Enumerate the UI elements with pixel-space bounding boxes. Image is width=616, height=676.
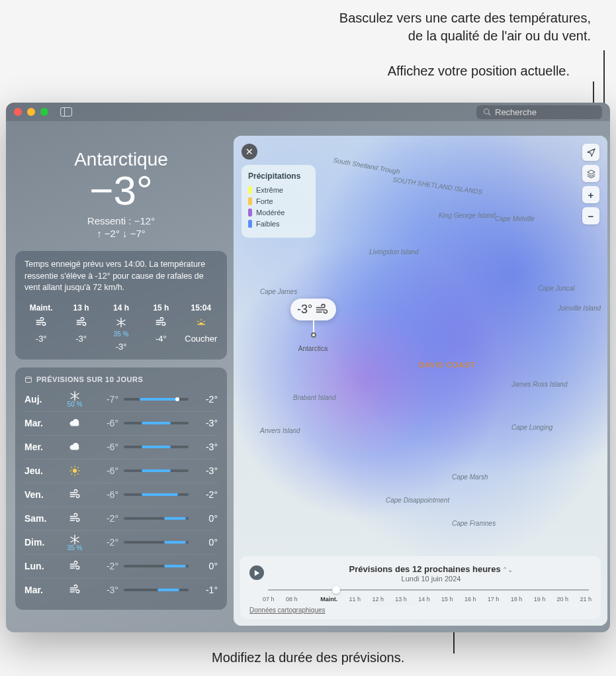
svg-line-3 (198, 320, 199, 322)
map-place-label: DAVIS COAST (419, 361, 475, 369)
day-low: -6° (95, 442, 118, 452)
pin-label: Antarctica (298, 345, 328, 352)
hour-col[interactable]: 15 h -4° (144, 303, 177, 352)
feels-like: Ressenti : −12° (15, 215, 227, 226)
hour-label: 15 h (144, 303, 177, 313)
legend-label: Modérée (256, 209, 285, 217)
temp-range-bar (124, 493, 189, 496)
day-row[interactable]: Ven. -6° -2° (24, 483, 218, 507)
timeline-tick: 13 h (395, 596, 407, 603)
cloud-icon (60, 417, 89, 429)
day-row[interactable]: Mar. -6° -3° (24, 411, 218, 435)
day-high: 0° (194, 561, 218, 571)
hour-prob: 35 % (105, 330, 138, 338)
app-window: Recherche Antarctique −3° Ressenti : −12… (6, 103, 610, 632)
svg-line-14 (71, 473, 72, 475)
timeline-ticks: 07 h08 hMaint.11 h12 h13 h14 h15 h16 h17… (263, 596, 592, 603)
layers-button[interactable] (582, 165, 599, 182)
snow-icon: 35 % (60, 533, 89, 551)
wind-icon (60, 489, 89, 501)
legend-title: Précipitations (248, 171, 309, 181)
map-place-label: Cape Marsh (452, 473, 488, 481)
hourly-card[interactable]: Temps enneigé prévu vers 14:00. La tempé… (15, 251, 227, 360)
calendar-icon (24, 375, 32, 383)
toggle-sidebar-button[interactable] (60, 107, 72, 117)
day-low: -6° (95, 489, 118, 500)
day-row[interactable]: Auj. 50 % -7° -2° (24, 387, 218, 411)
close-window-button[interactable] (14, 108, 22, 116)
legend-swatch (248, 220, 252, 228)
zoom-in-button[interactable]: + (582, 186, 599, 203)
wind-icon (64, 315, 97, 330)
day-high: 0° (194, 513, 218, 524)
day-high: -3° (194, 442, 218, 452)
day-prob: 35 % (60, 544, 89, 552)
timeline-tick: 12 h (372, 596, 384, 603)
timeline-subtitle: Lundi 10 juin 2024 (271, 575, 592, 583)
day-row[interactable]: Lun. -2° 0° (24, 554, 218, 578)
timeline-knob[interactable] (332, 586, 340, 594)
day-name: Auj. (24, 394, 55, 405)
minimize-window-button[interactable] (27, 108, 35, 116)
wind-icon (144, 315, 177, 330)
hour-col[interactable]: 14 h 35 % -3° (105, 303, 138, 352)
timeline-tick: Maint. (320, 596, 337, 603)
day-low: -3° (95, 585, 118, 595)
timeline-tick: 18 h (511, 596, 523, 603)
day-row[interactable]: Jeu. -6° -3° (24, 459, 218, 483)
forecast-duration-picker[interactable]: Prévisions des 12 prochaines heures ⌃⌄ (271, 563, 592, 575)
timeline-tick: 07 h (263, 596, 275, 603)
hour-label: Maint. (24, 303, 58, 313)
day-low: -7° (95, 394, 118, 405)
day-low: -2° (95, 561, 118, 571)
play-button[interactable] (249, 565, 264, 580)
map-place-label: Joinville Island (558, 305, 601, 312)
day-low: -6° (95, 418, 118, 428)
wind-icon (24, 315, 58, 330)
map-place-label: James Ross Island (511, 381, 567, 388)
day-row[interactable]: Mar. -3° -1° (24, 578, 218, 602)
map-place-label: King George Island (439, 212, 496, 219)
location-arrow-icon (586, 148, 596, 158)
temp-range-bar (124, 398, 189, 401)
map-data-link[interactable]: Données cartographiques (249, 606, 592, 614)
legend-row: Forte (248, 197, 309, 205)
timeline-title: Prévisions des 12 prochaines heures (349, 564, 501, 574)
hi-lo-temp: ↑ −2° ↓ −7° (15, 228, 227, 239)
hour-value: -3° (64, 334, 97, 344)
day-row[interactable]: Dim. 35 % -2° 0° (24, 530, 218, 554)
temp-range-bar (124, 446, 189, 448)
snow-icon: 50 % (60, 390, 89, 408)
search-input[interactable]: Recherche (476, 105, 602, 119)
temp-range-bar (124, 589, 189, 591)
timeline-tick: 15 h (441, 596, 453, 603)
search-icon (483, 108, 491, 116)
day-name: Mer. (24, 442, 55, 452)
close-map-button[interactable]: ✕ (242, 144, 257, 160)
location-pin[interactable]: -3° (290, 299, 336, 320)
wind-icon (60, 512, 89, 524)
day-low: -2° (95, 513, 118, 524)
day-row[interactable]: Sam. -2° 0° (24, 507, 218, 530)
day-high: -2° (194, 489, 218, 500)
search-placeholder: Recherche (495, 107, 537, 117)
zoom-out-button[interactable]: − (582, 207, 599, 224)
day-low: -2° (95, 537, 118, 548)
day-low: -6° (95, 465, 118, 476)
svg-line-13 (77, 473, 79, 475)
day-name: Jeu. (24, 465, 55, 476)
tenday-header: PRÉVISIONS SUR 10 JOURS (24, 375, 218, 383)
map-pane[interactable]: SOUTH SHETLAND ISLANDSSouth Shetland Tro… (234, 136, 607, 626)
title-bar: Recherche (6, 103, 610, 121)
svg-rect-5 (26, 377, 32, 382)
hour-col[interactable]: 13 h -3° (64, 303, 97, 352)
tenday-card[interactable]: PRÉVISIONS SUR 10 JOURS Auj. 50 % -7° -2… (15, 367, 227, 610)
maximize-window-button[interactable] (40, 108, 48, 116)
hour-col[interactable]: 15:04 Coucher (185, 303, 218, 352)
timeline-slider[interactable] (268, 589, 589, 591)
locate-button[interactable] (582, 144, 599, 161)
day-row[interactable]: Mer. -6° -3° (24, 435, 218, 459)
hour-col[interactable]: Maint. -3° (24, 303, 58, 352)
map-place-label: Livingston Island (369, 248, 419, 256)
map-place-label: Brabant Island (293, 394, 336, 401)
